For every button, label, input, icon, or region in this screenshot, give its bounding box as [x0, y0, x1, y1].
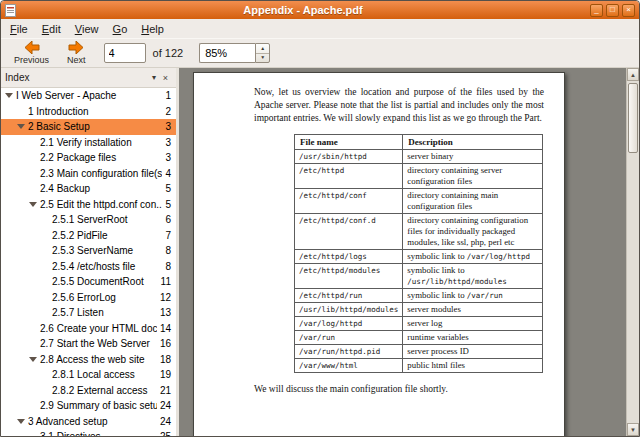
zoom-value[interactable]: 85%	[199, 43, 255, 63]
expander-spacer	[40, 245, 51, 256]
expander-spacer	[28, 152, 39, 163]
index-item-label: 2.9 Summary of basic setup	[39, 400, 157, 411]
table-row: /etc/httpd/conf.ddirectory containing co…	[295, 214, 543, 250]
index-item-page: 24	[157, 416, 176, 427]
index-item-page: 21	[157, 385, 176, 396]
sidebar-title: Index	[5, 72, 29, 83]
index-item[interactable]: 3 Advanced setup24	[1, 414, 176, 430]
index-item[interactable]: 2.5.3 ServerName8	[1, 243, 176, 259]
toolbar: Previous Next of 122 85% ▲ ▼	[1, 38, 639, 68]
file-name-cell: /var/log/httpd	[295, 317, 403, 331]
index-item-label: 2.4 Backup	[39, 183, 162, 194]
index-item[interactable]: 2.5 Edit the httpd.conf con...5	[1, 197, 176, 213]
index-item-label: 2.8.1 Local access	[51, 369, 157, 380]
file-name-cell: /etc/httpd	[295, 164, 403, 189]
expander-triangle-icon[interactable]	[16, 121, 27, 132]
index-item-page: 16	[157, 338, 176, 349]
expander-triangle-icon[interactable]	[28, 199, 39, 210]
index-item-label: 2.8.2 External access	[51, 385, 157, 396]
page-number-input[interactable]	[104, 43, 146, 63]
index-item[interactable]: 1 Introduction2	[1, 104, 176, 120]
menu-edit[interactable]: Edit	[35, 19, 68, 38]
index-item[interactable]: 2.6 Create your HTML doc...14	[1, 321, 176, 337]
menu-view[interactable]: View	[68, 19, 106, 38]
expander-spacer	[40, 276, 51, 287]
index-item-page: 19	[157, 369, 176, 380]
index-item[interactable]: 2.4 Backup5	[1, 181, 176, 197]
index-item[interactable]: 2.7 Start the Web Server16	[1, 336, 176, 352]
index-item[interactable]: 2.5.4 /etc/hosts file8	[1, 259, 176, 275]
index-tree[interactable]: I Web Server - Apache11 Introduction22 B…	[1, 88, 176, 436]
sidebar-close-button[interactable]: ×	[159, 71, 172, 84]
index-item[interactable]: 2 Basic Setup3	[1, 119, 176, 135]
file-name-cell: /etc/httpd/conf	[295, 189, 403, 214]
index-item[interactable]: 2.8.1 Local access19	[1, 367, 176, 383]
scroll-up-arrow-icon[interactable]: ▲	[627, 68, 639, 81]
sidebar-view-selector[interactable]: Index ▾	[5, 72, 156, 83]
index-item[interactable]: 2.5.7 Listen13	[1, 305, 176, 321]
vertical-scrollbar[interactable]: ▲ ▼	[626, 68, 639, 436]
expander-spacer	[28, 338, 39, 349]
scroll-down-arrow-icon[interactable]: ▼	[627, 423, 639, 436]
titlebar[interactable]: Appendix - Apache.pdf _ □ ×	[1, 1, 639, 19]
table-row: /etc/httpd/confdirectory containing main…	[295, 189, 543, 214]
description-cell: server binary	[403, 150, 543, 164]
index-item-page: 3	[162, 152, 176, 163]
index-item[interactable]: 2.5.5 DocumentRoot11	[1, 274, 176, 290]
index-item-label: 2.2 Package files	[39, 152, 162, 163]
expander-triangle-icon[interactable]	[28, 354, 39, 365]
index-item[interactable]: 2.5.1 ServerRoot6	[1, 212, 176, 228]
document-view[interactable]: Now, let us overview the location and pu…	[179, 68, 639, 436]
index-item[interactable]: I Web Server - Apache1	[1, 88, 176, 104]
zoom-up-arrow-icon[interactable]: ▲	[256, 44, 269, 54]
index-item-label: 2.7 Start the Web Server	[39, 338, 157, 349]
scrollbar-thumb[interactable]	[628, 83, 638, 153]
description-cell: symbolic link to /var/run	[403, 289, 543, 303]
index-item-page: 3	[162, 137, 176, 148]
index-item[interactable]: 2.1 Verify installation3	[1, 135, 176, 151]
menu-go[interactable]: Go	[106, 19, 135, 38]
expander-spacer	[40, 307, 51, 318]
index-item-label: 2.5.1 ServerRoot	[51, 214, 162, 225]
index-item-label: 2.5 Edit the httpd.conf con...	[39, 199, 162, 210]
index-item[interactable]: 2.8 Access the web site18	[1, 352, 176, 368]
window-title: Appendix - Apache.pdf	[20, 4, 586, 16]
index-item-label: 2.5.5 DocumentRoot	[51, 276, 158, 287]
zoom-combobox[interactable]: 85% ▲ ▼	[199, 43, 270, 63]
index-item-page: 3	[162, 121, 176, 132]
index-item[interactable]: 2.8.2 External access21	[1, 383, 176, 399]
index-item-page: 6	[162, 214, 176, 225]
close-button[interactable]: ×	[622, 4, 635, 17]
expander-spacer	[16, 106, 27, 117]
pdf-page: Now, let us overview the location and pu…	[193, 72, 565, 436]
index-item[interactable]: 3.1 Directives25	[1, 429, 176, 436]
file-name-cell: /etc/httpd/logs	[295, 250, 403, 264]
index-item[interactable]: 2.5.2 PidFile7	[1, 228, 176, 244]
zoom-down-arrow-icon[interactable]: ▼	[256, 54, 269, 63]
index-item-page: 7	[162, 230, 176, 241]
index-item-page: 13	[157, 307, 176, 318]
index-item[interactable]: 2.3 Main configuration file(s)4	[1, 166, 176, 182]
expander-spacer	[40, 261, 51, 272]
index-item-label: 1 Introduction	[27, 106, 162, 117]
maximize-button[interactable]: □	[606, 4, 619, 17]
next-button-label: Next	[67, 55, 86, 65]
file-name-cell: /usr/sbin/httpd	[295, 150, 403, 164]
pdf-page-content: Now, let us overview the location and pu…	[194, 73, 564, 394]
next-button[interactable]: Next	[59, 39, 94, 67]
expander-triangle-icon[interactable]	[4, 90, 15, 101]
index-item-label: 2.5.3 ServerName	[51, 245, 162, 256]
file-name-cell: /var/www/html	[295, 359, 403, 373]
minimize-button[interactable]: _	[590, 4, 603, 17]
expander-triangle-icon[interactable]	[16, 416, 27, 427]
menu-file[interactable]: File	[3, 19, 35, 38]
previous-button[interactable]: Previous	[6, 39, 57, 67]
index-item-label: 2.8 Access the web site	[39, 354, 157, 365]
menubar: FileEditViewGoHelp	[1, 19, 639, 38]
index-item[interactable]: 2.9 Summary of basic setup24	[1, 398, 176, 414]
zoom-spinner[interactable]: ▲ ▼	[255, 43, 270, 63]
chevron-down-icon: ▾	[152, 73, 156, 82]
menu-help[interactable]: Help	[134, 19, 171, 38]
index-item[interactable]: 2.5.6 ErrorLog12	[1, 290, 176, 306]
index-item[interactable]: 2.2 Package files3	[1, 150, 176, 166]
